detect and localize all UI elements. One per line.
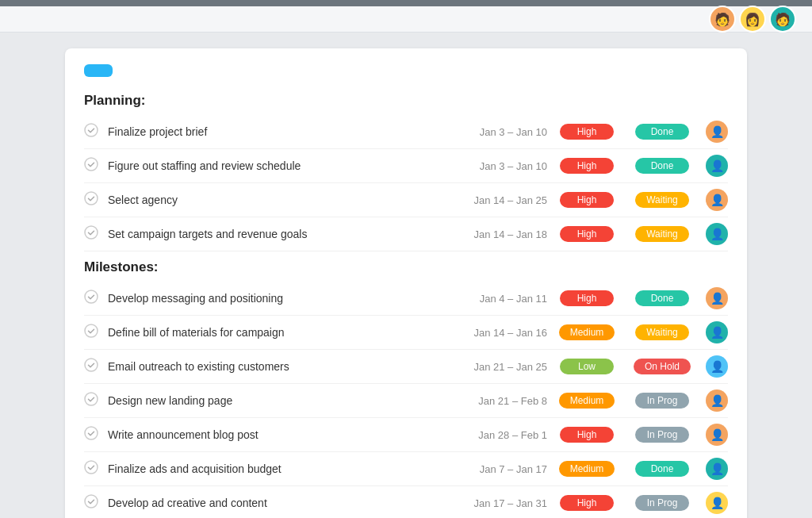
status-col: In Prog — [626, 495, 698, 511]
priority-col: High — [555, 158, 619, 174]
check-icon — [84, 290, 100, 308]
section-title-1: Milestones: — [84, 259, 728, 275]
check-icon — [84, 426, 100, 444]
priority-badge: Medium — [559, 461, 615, 477]
task-name: Set campaign targets and revenue goals — [108, 228, 444, 240]
status-col: In Prog — [626, 393, 698, 409]
task-date: Jan 17 – Jan 31 — [452, 497, 547, 509]
task-date: Jan 3 – Jan 10 — [452, 126, 547, 138]
status-col: Done — [626, 290, 698, 306]
status-col: Waiting — [626, 192, 698, 208]
header-avatars: 🧑 👩 🧑 — [709, 6, 796, 33]
svg-point-6 — [85, 359, 98, 371]
status-badge: Done — [635, 124, 689, 140]
task-avatar: 👤 — [706, 121, 728, 143]
task-avatar: 👤 — [706, 424, 728, 446]
status-badge: Done — [635, 290, 689, 306]
task-avatar: 👤 — [706, 287, 728, 309]
task-name: Finalize ads and acquisition budget — [108, 462, 444, 475]
status-badge: Done — [635, 158, 689, 174]
priority-badge: High — [560, 192, 614, 208]
check-icon — [84, 358, 100, 376]
svg-point-3 — [85, 226, 98, 239]
task-name: Finalize project brief — [108, 125, 444, 138]
status-col: Done — [626, 158, 698, 174]
task-row[interactable]: Develop ad creative and content Jan 17 –… — [84, 486, 728, 518]
priority-badge: High — [560, 495, 614, 511]
task-name: Develop ad creative and content — [108, 497, 444, 509]
status-badge: In Prog — [635, 393, 689, 409]
task-date: Jan 4 – Jan 11 — [452, 293, 547, 305]
priority-badge: High — [560, 290, 614, 306]
priority-col: High — [555, 124, 619, 140]
priority-badge: High — [560, 124, 614, 140]
status-col: On Hold — [626, 359, 698, 374]
task-row[interactable]: Select agency Jan 14 – Jan 25 High Waiti… — [84, 183, 728, 217]
priority-col: High — [555, 192, 619, 208]
sections-container: Planning: Finalize project brief Jan 3 –… — [84, 93, 728, 518]
task-row[interactable]: Set campaign targets and revenue goals J… — [84, 217, 728, 251]
svg-point-0 — [85, 124, 98, 136]
task-row[interactable]: Finalize ads and acquisition budget Jan … — [84, 452, 728, 486]
svg-point-2 — [85, 192, 98, 205]
priority-col: Medium — [555, 324, 619, 340]
task-date: Jan 14 – Jan 25 — [452, 194, 547, 206]
task-date: Jan 14 – Jan 18 — [452, 228, 547, 240]
top-bar — [0, 0, 812, 6]
priority-badge: Low — [560, 359, 614, 374]
status-badge: Done — [635, 461, 689, 477]
task-date: Jan 21 – Feb 8 — [452, 395, 547, 407]
task-row[interactable]: Develop messaging and positioning Jan 4 … — [84, 282, 728, 316]
priority-badge: Medium — [559, 393, 615, 409]
task-row[interactable]: Email outreach to existing customers Jan… — [84, 350, 728, 384]
task-name: Figure out staffing and review schedule — [108, 159, 444, 172]
task-row[interactable]: Define bill of materials for campaign Ja… — [84, 316, 728, 350]
task-avatar: 👤 — [706, 223, 728, 245]
check-icon — [84, 392, 100, 410]
status-badge: Waiting — [635, 324, 689, 340]
avatar-2: 👩 — [739, 6, 766, 33]
status-badge: On Hold — [634, 359, 691, 374]
priority-col: Medium — [555, 393, 619, 409]
priority-col: High — [555, 427, 619, 443]
svg-point-4 — [85, 290, 98, 303]
check-icon — [84, 460, 100, 478]
add-task-button[interactable] — [84, 64, 113, 77]
project-card: Planning: Finalize project brief Jan 3 –… — [65, 48, 747, 518]
priority-badge: Medium — [559, 324, 615, 340]
check-icon — [84, 494, 100, 512]
priority-col: High — [555, 226, 619, 242]
svg-point-8 — [85, 427, 98, 439]
svg-point-1 — [85, 158, 98, 171]
status-col: Done — [626, 461, 698, 477]
priority-col: Low — [555, 359, 619, 374]
status-col: In Prog — [626, 427, 698, 443]
status-col: Done — [626, 124, 698, 140]
task-row[interactable]: Design new landing page Jan 21 – Feb 8 M… — [84, 384, 728, 418]
svg-point-5 — [85, 324, 98, 337]
toolbar — [84, 64, 728, 77]
task-name: Develop messaging and positioning — [108, 292, 444, 305]
status-badge: Waiting — [635, 226, 689, 242]
priority-badge: High — [560, 158, 614, 174]
check-icon — [84, 225, 100, 244]
check-icon — [84, 157, 100, 175]
task-row[interactable]: Finalize project brief Jan 3 – Jan 10 Hi… — [84, 115, 728, 149]
task-row[interactable]: Figure out staffing and review schedule … — [84, 149, 728, 183]
priority-badge: High — [560, 427, 614, 443]
check-icon — [84, 324, 100, 342]
task-row[interactable]: Write announcement blog post Jan 28 – Fe… — [84, 418, 728, 452]
task-name: Email outreach to existing customers — [108, 360, 444, 373]
svg-point-7 — [85, 393, 98, 405]
task-avatar: 👤 — [706, 492, 728, 514]
task-name: Define bill of materials for campaign — [108, 326, 444, 339]
status-col: Waiting — [626, 324, 698, 340]
task-avatar: 👤 — [706, 355, 728, 378]
check-icon — [84, 191, 100, 209]
task-date: Jan 28 – Feb 1 — [452, 429, 547, 441]
task-avatar: 👤 — [706, 155, 728, 177]
task-name: Design new landing page — [108, 394, 444, 407]
priority-badge: High — [560, 226, 614, 242]
task-date: Jan 3 – Jan 10 — [452, 160, 547, 172]
section-title-0: Planning: — [84, 93, 728, 109]
